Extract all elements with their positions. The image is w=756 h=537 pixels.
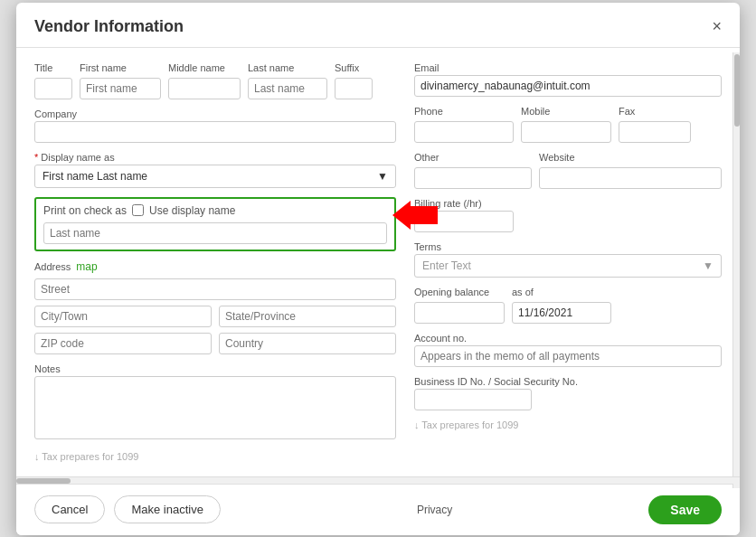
email-section: Email (414, 62, 722, 97)
title-input[interactable] (34, 78, 72, 99)
scrollbar-track[interactable] (732, 52, 740, 476)
make-inactive-button[interactable]: Make inactive (114, 495, 220, 523)
street-input[interactable] (34, 278, 396, 300)
close-button[interactable]: × (712, 18, 722, 34)
cutoff-right-text: ↓ Tax prepares for 1099 (414, 419, 518, 430)
suffix-label: Suffix (335, 62, 373, 73)
footer-left: Cancel Make inactive (34, 495, 221, 523)
company-label: Company (34, 108, 396, 119)
opening-balance-row: Opening balance as of (414, 287, 722, 324)
address-section: Address map (34, 260, 396, 354)
fax-group: Fax (619, 106, 691, 143)
print-check-input[interactable] (43, 222, 387, 244)
terms-placeholder: Enter Text (422, 259, 471, 272)
opening-balance-group: Opening balance (414, 287, 505, 324)
left-column: Title First name Middle name Last name S… (34, 62, 396, 462)
as-of-group: as of (512, 287, 611, 324)
print-check-header: Print on check as Use display name (43, 204, 387, 217)
cutoff-text: ↓ Tax prepares for 1099 (34, 451, 138, 462)
website-input[interactable] (539, 167, 722, 189)
billing-rate-section: Billing rate (/hr) (414, 198, 722, 232)
cutoff-right: ↓ Tax prepares for 1099 (414, 419, 722, 430)
company-input[interactable] (34, 121, 396, 143)
website-label: Website (539, 152, 722, 163)
suffix-input[interactable] (335, 78, 373, 99)
as-of-input[interactable] (512, 302, 611, 324)
other-website-row: Other Website (414, 152, 722, 189)
state-input[interactable] (219, 306, 396, 327)
mobile-group: Mobile (521, 106, 611, 143)
other-group: Other (414, 152, 532, 189)
city-state-row (34, 306, 396, 327)
account-no-label: Account no. (414, 333, 722, 344)
fax-input[interactable] (619, 121, 691, 143)
address-label-row: Address map (34, 260, 396, 273)
other-input[interactable] (414, 167, 532, 189)
opening-balance-label: Opening balance (414, 287, 505, 297)
print-on-check-section: Print on check as Use display name (34, 197, 396, 251)
zip-input[interactable] (34, 333, 212, 354)
dropdown-arrow-icon: ▼ (377, 170, 388, 183)
scrollbar-thumb (734, 54, 740, 127)
country-input[interactable] (219, 333, 396, 354)
cutoff-row: ↓ Tax prepares for 1099 (34, 451, 396, 462)
phone-row: Phone Mobile Fax (414, 106, 722, 143)
company-section: Company (34, 108, 396, 143)
use-display-name-label: Use display name (149, 204, 235, 217)
use-display-name-checkbox[interactable] (132, 204, 144, 216)
horizontal-scrollbar[interactable] (16, 476, 740, 484)
display-name-value: First name Last name (43, 170, 147, 183)
zip-country-row (34, 333, 396, 354)
privacy-text: Privacy (417, 504, 452, 516)
mobile-label: Mobile (521, 106, 611, 117)
notes-section: Notes (34, 363, 396, 442)
modal-header: Vendor Information × (16, 3, 740, 48)
email-input[interactable] (414, 75, 722, 97)
mobile-input[interactable] (521, 121, 611, 143)
opening-balance-input[interactable] (414, 302, 505, 324)
account-no-section: Account no. (414, 333, 722, 367)
notes-textarea[interactable] (34, 376, 396, 439)
middlename-label: Middle name (168, 62, 241, 73)
display-name-select[interactable]: First name Last name ▼ (34, 165, 396, 188)
suffix-group: Suffix (335, 62, 373, 99)
firstname-label: First name (80, 62, 161, 73)
lastname-label: Last name (248, 62, 327, 73)
business-id-section: Business ID No. / Social Security No. (414, 376, 722, 410)
fax-label: Fax (619, 106, 691, 117)
phone-input[interactable] (414, 121, 514, 143)
phone-label: Phone (414, 106, 514, 117)
display-name-label: Display name as (34, 152, 396, 163)
phone-group: Phone (414, 106, 514, 143)
other-label: Other (414, 152, 532, 163)
middlename-input[interactable] (168, 78, 241, 99)
billing-rate-label: Billing rate (/hr) (414, 198, 722, 209)
city-input[interactable] (34, 306, 212, 327)
email-label: Email (414, 62, 722, 73)
terms-dropdown-icon: ▼ (703, 259, 713, 272)
modal-title: Vendor Information (34, 17, 184, 36)
terms-select[interactable]: Enter Text ▼ (414, 254, 722, 278)
cancel-button[interactable]: Cancel (34, 495, 105, 523)
map-link[interactable]: map (76, 260, 97, 273)
business-id-input[interactable] (414, 389, 532, 410)
terms-section: Terms Enter Text ▼ (414, 241, 722, 278)
firstname-input[interactable] (80, 78, 161, 99)
firstname-group: First name (80, 62, 161, 99)
modal-body: Title First name Middle name Last name S… (16, 48, 740, 476)
business-id-label: Business ID No. / Social Security No. (414, 376, 722, 387)
account-no-input[interactable] (414, 345, 722, 367)
display-name-section: Display name as First name Last name ▼ (34, 152, 396, 188)
lastname-group: Last name (248, 62, 327, 99)
lastname-input[interactable] (248, 78, 327, 99)
billing-rate-input[interactable] (414, 211, 514, 232)
title-label: Title (34, 62, 72, 73)
horizontal-scroll-thumb (16, 478, 71, 484)
website-group: Website (539, 152, 722, 189)
save-button[interactable]: Save (648, 495, 722, 524)
terms-label: Terms (414, 241, 722, 252)
right-column: Email Phone Mobile Fax (414, 62, 722, 462)
name-fields-row: Title First name Middle name Last name S… (34, 62, 396, 99)
notes-label: Notes (34, 363, 396, 374)
modal-footer: Cancel Make inactive Privacy Save (16, 484, 740, 535)
